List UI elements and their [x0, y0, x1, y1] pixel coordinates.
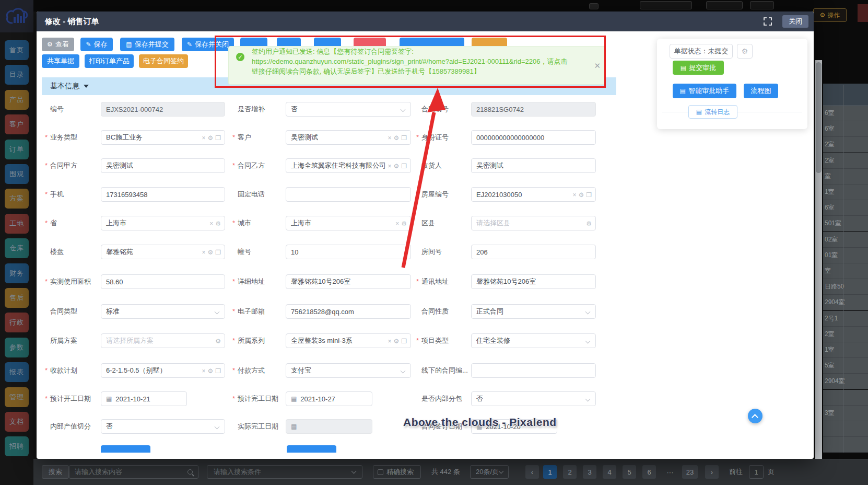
- footer-button-sliver[interactable]: [287, 445, 336, 453]
- field-input-楼盘[interactable]: 馨雅铭苑×⚙❐: [101, 245, 225, 259]
- field-input-业务类型[interactable]: BC施工业务×⚙❐: [101, 130, 225, 145]
- exact-search-checkbox[interactable]: 精确搜索: [373, 465, 421, 479]
- field-input-是否内部分包[interactable]: 否: [471, 391, 596, 406]
- selector-icon[interactable]: ⚙: [215, 338, 221, 345]
- field-input-详细地址[interactable]: 馨雅铭苑10号206室: [286, 274, 411, 289]
- field-input-省[interactable]: 上海市×⚙: [101, 216, 225, 230]
- sidebar-item-9[interactable]: 仓库: [5, 238, 29, 258]
- gear-icon[interactable]: ⚙: [737, 44, 753, 59]
- clear-icon[interactable]: ×: [572, 191, 576, 199]
- toast-close-icon[interactable]: ✕: [594, 61, 601, 71]
- selector-icon[interactable]: ⚙: [207, 367, 213, 375]
- sidebar-item-6[interactable]: 围观: [5, 164, 29, 184]
- page-button-6[interactable]: 6: [642, 465, 656, 479]
- sidebar-item-2[interactable]: 目录: [5, 65, 29, 85]
- copy-icon[interactable]: ❐: [215, 134, 221, 142]
- field-input-实际完工日期[interactable]: ▦: [286, 419, 372, 434]
- page-scrollbar-thumb[interactable]: [816, 62, 822, 173]
- field-input-合同类型[interactable]: 标准: [101, 304, 225, 319]
- sidebar-item-15[interactable]: 管理: [5, 387, 29, 407]
- field-input-区县[interactable]: 请选择区县⚙: [471, 216, 596, 230]
- sidebar-item-1[interactable]: 首页: [5, 40, 29, 60]
- page-button-5[interactable]: 5: [623, 465, 636, 479]
- next-page-button[interactable]: ›: [705, 465, 719, 479]
- sidebar-item-13[interactable]: 参数: [5, 338, 29, 357]
- copy-icon[interactable]: ❐: [215, 249, 221, 256]
- field-input-合同乙方[interactable]: 上海全筑翼家住宅科技有限公司×⚙❐: [286, 158, 411, 173]
- field-input-所属系列[interactable]: 全屋整装3s mini-3系×⚙❐: [286, 333, 411, 348]
- toolbar-button-保存并提交[interactable]: ▤保存并提交: [120, 38, 174, 51]
- clear-icon[interactable]: ×: [202, 249, 205, 256]
- toolbar-button-保存并关闭[interactable]: ✎保存并关闭: [182, 38, 234, 51]
- footer-button-sliver[interactable]: [101, 445, 150, 453]
- field-input-预计完工日期[interactable]: ▦2021-10-27: [286, 391, 372, 406]
- flowchart-button[interactable]: 流程图: [744, 84, 778, 98]
- field-input-幢号[interactable]: 10: [286, 245, 411, 259]
- copy-icon[interactable]: ❐: [586, 191, 592, 199]
- back-to-top-button[interactable]: [748, 409, 763, 423]
- selector-icon[interactable]: ⚙: [393, 338, 399, 345]
- field-input-身份证号[interactable]: 000000000000000000: [471, 130, 596, 145]
- field-input-电子邮箱[interactable]: 756218528@qq.com: [286, 304, 411, 319]
- page-ellipsis[interactable]: ···: [662, 465, 678, 479]
- toolbar-button-电子合同签约[interactable]: 电子合同签约: [139, 54, 188, 68]
- selector-icon[interactable]: ⚙: [401, 220, 407, 227]
- sidebar-item-12[interactable]: 行政: [5, 313, 29, 332]
- page-button-2[interactable]: 2: [563, 465, 577, 479]
- field-input-房间号[interactable]: 206: [471, 245, 596, 259]
- copy-icon[interactable]: ❐: [401, 338, 407, 345]
- field-input-项目类型[interactable]: 住宅全装修: [471, 333, 596, 348]
- sidebar-item-14[interactable]: 报表: [5, 362, 29, 382]
- search-input[interactable]: 请输入搜索内容: [69, 465, 198, 479]
- clear-icon[interactable]: ×: [388, 338, 391, 345]
- close-button[interactable]: 关闭: [782, 15, 808, 28]
- toolbar-button-共享单据[interactable]: 共享单据: [42, 54, 79, 68]
- fullscreen-icon[interactable]: [764, 17, 772, 26]
- sidebar-item-8[interactable]: 工地: [5, 214, 29, 234]
- toolbar-button-保存[interactable]: ✎保存: [80, 38, 113, 51]
- field-input-客户[interactable]: 吴密测试×⚙❐: [286, 130, 411, 145]
- goto-page-input[interactable]: 1: [749, 465, 764, 479]
- field-input-预计开工日期[interactable]: ▦2021-10-21: [101, 391, 187, 406]
- toolbar-button-查看[interactable]: ⚙查看: [42, 38, 74, 51]
- submit-approval-button[interactable]: ▤提交审批: [673, 61, 724, 75]
- field-input-手机[interactable]: 17316593458: [101, 187, 225, 202]
- page-size-select[interactable]: 20条/页: [470, 465, 509, 479]
- field-input-线下的合同编...[interactable]: [471, 363, 596, 378]
- field-input-内部产值切分[interactable]: 否: [101, 419, 225, 434]
- copy-icon[interactable]: ❐: [401, 163, 407, 170]
- search-condition-select[interactable]: 请输入搜索条件: [207, 465, 362, 479]
- field-input-付款方式[interactable]: 支付宝: [286, 363, 411, 378]
- toolbar-button-打印订单产品[interactable]: 打印订单产品: [85, 54, 134, 68]
- selector-icon[interactable]: ⚙: [215, 220, 221, 227]
- field-input-通讯地址[interactable]: 馨雅铭苑10号206室: [471, 274, 596, 289]
- clear-icon[interactable]: ×: [202, 367, 205, 375]
- action-button[interactable]: ⚙操作: [813, 8, 847, 22]
- clear-icon[interactable]: ×: [209, 220, 213, 227]
- copy-icon[interactable]: ❐: [401, 134, 407, 142]
- sidebar-item-17[interactable]: 招聘: [5, 436, 29, 456]
- sidebar-item-5[interactable]: 订单: [5, 140, 29, 159]
- clear-icon[interactable]: ×: [388, 134, 391, 142]
- selector-icon[interactable]: ⚙: [586, 220, 592, 227]
- field-input-房屋编号[interactable]: EJ2021030050×⚙❐: [471, 187, 596, 202]
- sidebar-item-7[interactable]: 方案: [5, 189, 29, 209]
- smart-approval-assistant-button[interactable]: ▤智能审批助手: [673, 84, 736, 98]
- selector-icon[interactable]: ⚙: [393, 163, 399, 170]
- field-input-实测使用面积[interactable]: 58.60: [101, 274, 225, 289]
- selector-icon[interactable]: ⚙: [207, 134, 213, 142]
- page-button-4[interactable]: 4: [603, 465, 616, 479]
- prev-page-button[interactable]: ‹: [525, 465, 539, 479]
- field-input-所属方案[interactable]: 请选择所属方案⚙: [101, 333, 225, 348]
- sidebar-item-11[interactable]: 售后: [5, 288, 29, 308]
- selector-icon[interactable]: ⚙: [578, 191, 584, 199]
- field-input-是否增补[interactable]: 否: [286, 102, 411, 117]
- sidebar-item-4[interactable]: 客户: [5, 114, 29, 134]
- field-input-合同性质[interactable]: 正式合同: [471, 304, 596, 319]
- sidebar-item-16[interactable]: 文档: [5, 412, 29, 432]
- sidebar-item-10[interactable]: 财务: [5, 263, 29, 283]
- field-input-收货人[interactable]: 吴密测试: [471, 158, 596, 173]
- clear-icon[interactable]: ×: [388, 163, 391, 170]
- field-input-收款计划[interactable]: 6-2-1.5-0.5（别墅）×⚙❐: [101, 363, 225, 378]
- page-button-3[interactable]: 3: [583, 465, 596, 479]
